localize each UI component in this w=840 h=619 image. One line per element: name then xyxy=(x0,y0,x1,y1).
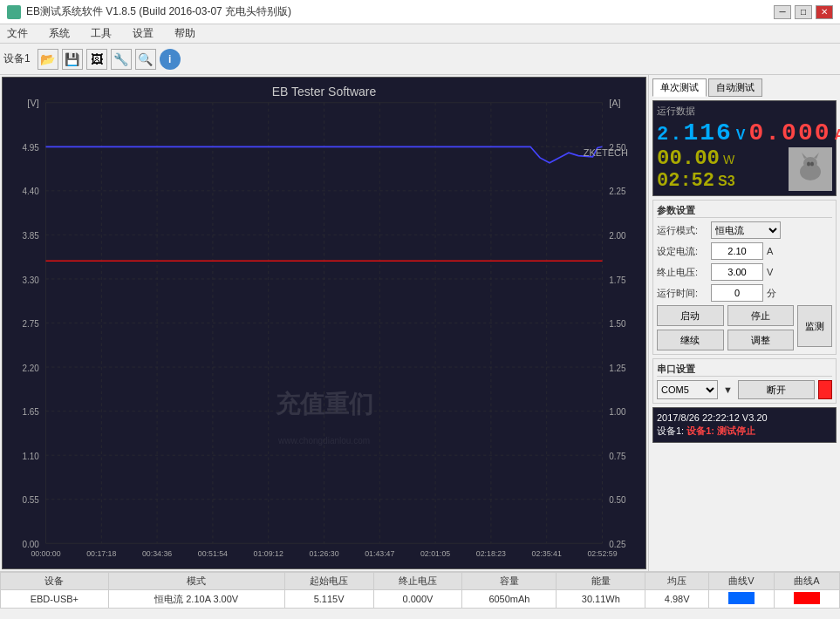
voltage-end-input[interactable] xyxy=(711,263,763,281)
menu-system[interactable]: 系统 xyxy=(45,24,73,43)
open-button[interactable]: 📂 xyxy=(38,49,58,70)
menu-tools[interactable]: 工具 xyxy=(87,24,115,43)
watermark: 充值重们 xyxy=(276,388,373,421)
svg-text:4.95: 4.95 xyxy=(23,143,40,153)
menu-settings[interactable]: 设置 xyxy=(129,24,157,43)
params-section: 参数设置 运行模式: 恒电流 恒电压 恒功率 设定电流: A 终止电压: V xyxy=(652,200,837,355)
svg-text:01:26:30: 01:26:30 xyxy=(309,549,338,558)
col-mode: 模式 xyxy=(108,573,284,590)
col-device: 设备 xyxy=(1,573,109,590)
continue-button[interactable]: 继续 xyxy=(657,330,724,350)
col-avg-v: 均压 xyxy=(645,573,709,590)
app-icon xyxy=(7,5,21,19)
svg-text:1.25: 1.25 xyxy=(609,363,626,372)
right-panel: 单次测试 自动测试 运行数据 2.116 V 0.000 A 00.0 xyxy=(648,75,840,571)
svg-text:4.40: 4.40 xyxy=(23,187,40,196)
status-device: 设备1: xyxy=(657,425,686,436)
svg-text:02:52:59: 02:52:59 xyxy=(587,549,617,558)
run-data-section: 运行数据 2.116 V 0.000 A 00.00 W xyxy=(652,100,837,196)
svg-text:0.55: 0.55 xyxy=(23,495,40,505)
power-image-row: 00.00 W 02:52 S3 xyxy=(657,146,832,192)
svg-text:2.25: 2.25 xyxy=(609,187,626,196)
info-button[interactable]: i xyxy=(160,49,181,70)
svg-text:2.00: 2.00 xyxy=(609,231,626,241)
svg-text:0.00: 0.00 xyxy=(23,540,40,549)
col-start-v: 起始电压 xyxy=(284,573,373,590)
stop-button[interactable]: 停止 xyxy=(727,305,795,326)
cell-avg-v: 4.98V xyxy=(645,590,709,609)
current-set-input[interactable] xyxy=(711,242,763,260)
svg-text:00:34:36: 00:34:36 xyxy=(142,549,172,558)
tab-auto[interactable]: 自动测试 xyxy=(708,78,762,97)
col-curve-v: 曲线V xyxy=(708,573,774,590)
image-button[interactable]: 🖼 xyxy=(86,49,107,70)
svg-text:1.00: 1.00 xyxy=(609,407,626,417)
svg-text:2.75: 2.75 xyxy=(23,319,40,329)
cell-curve-v xyxy=(708,590,774,609)
menu-bar: 文件 系统 工具 设置 帮助 xyxy=(0,24,840,44)
voltage-end-row: 终止电压: V xyxy=(657,263,832,281)
power-display: 00.00 xyxy=(657,146,720,170)
svg-text:3.85: 3.85 xyxy=(23,231,40,241)
svg-text:02:18:23: 02:18:23 xyxy=(476,549,506,558)
status-message: 设备1: 设备1: 测试停止 xyxy=(657,425,832,438)
button-group: 启动 停止 继续 调整 监测 xyxy=(657,305,832,350)
tab-single[interactable]: 单次测试 xyxy=(652,78,707,97)
current-display: 0.000 xyxy=(749,119,831,146)
time-display: 02:52 xyxy=(657,170,714,192)
svg-text:1.10: 1.10 xyxy=(23,452,40,461)
settings-button[interactable]: 🔧 xyxy=(111,49,132,70)
run-time-input[interactable] xyxy=(711,284,763,302)
dropdown-arrow: ▼ xyxy=(721,384,734,395)
svg-text:00:17:18: 00:17:18 xyxy=(86,549,116,558)
power-row: 00.00 W xyxy=(657,146,735,170)
start-button[interactable]: 启动 xyxy=(657,305,724,326)
svg-text:1.50: 1.50 xyxy=(609,319,626,329)
voltage-current-row: 2.116 V 0.000 A xyxy=(657,119,832,146)
minimize-button[interactable]: ─ xyxy=(774,5,791,19)
svg-text:1.65: 1.65 xyxy=(23,407,40,417)
time-row: 02:52 S3 xyxy=(657,170,735,192)
cell-curve-a xyxy=(774,590,839,609)
bottom-table: 设备 模式 起始电压 终止电压 容量 能量 均压 曲线V 曲线A EBD-USB… xyxy=(0,571,840,619)
watermark2: www.chongdianlou.com xyxy=(278,436,370,446)
svg-text:0.50: 0.50 xyxy=(609,495,626,505)
cell-end-v: 0.000V xyxy=(373,590,462,609)
chart-container: EB Tester Software ZKETECH 充值重们 www.chon… xyxy=(3,78,645,568)
cell-energy: 30.11Wh xyxy=(557,590,645,609)
serial-connect-button[interactable]: 断开 xyxy=(738,380,815,399)
cell-capacity: 6050mAh xyxy=(462,590,557,609)
device-label: 设备1 xyxy=(3,51,31,66)
col-end-v: 终止电压 xyxy=(373,573,462,590)
col-energy: 能量 xyxy=(557,573,645,590)
mode-select[interactable]: 恒电流 恒电压 恒功率 xyxy=(711,221,781,239)
svg-text:0.75: 0.75 xyxy=(609,452,626,461)
current-unit: A xyxy=(835,127,840,143)
svg-text:2.20: 2.20 xyxy=(23,363,40,372)
serial-section: 串口设置 COM5 COM1 COM2 COM3 COM4 ▼ 断开 xyxy=(652,358,837,404)
monitor-button[interactable]: 监测 xyxy=(797,305,832,347)
serial-port-select[interactable]: COM5 COM1 COM2 COM3 COM4 xyxy=(657,380,718,399)
curve-a-color xyxy=(794,592,820,604)
chart-title: EB Tester Software xyxy=(272,85,377,99)
svg-text:1.75: 1.75 xyxy=(609,275,626,284)
maximize-button[interactable]: □ xyxy=(795,5,812,19)
voltage-unit: V xyxy=(736,127,746,143)
search-button[interactable]: 🔍 xyxy=(135,49,156,70)
col-curve-a: 曲线A xyxy=(774,573,839,590)
cell-device: EBD-USB+ xyxy=(1,590,109,609)
adjust-button[interactable]: 调整 xyxy=(727,330,795,350)
close-button[interactable]: ✕ xyxy=(816,5,833,19)
svg-text:01:43:47: 01:43:47 xyxy=(365,549,394,558)
pet-image xyxy=(789,147,832,191)
cell-start-v: 5.115V xyxy=(284,590,373,609)
status-log: 2017/8/26 22:22:12 V3.20 设备1: 设备1: 测试停止 xyxy=(652,407,837,443)
mode-label: 运行模式: xyxy=(657,224,707,237)
serial-title: 串口设置 xyxy=(657,363,832,377)
button-row-1: 启动 停止 xyxy=(657,305,794,326)
menu-file[interactable]: 文件 xyxy=(3,24,31,43)
menu-help[interactable]: 帮助 xyxy=(171,24,199,43)
data-table: 设备 模式 起始电压 终止电压 容量 能量 均压 曲线V 曲线A EBD-USB… xyxy=(0,572,840,609)
table-header-row: 设备 模式 起始电压 终止电压 容量 能量 均压 曲线V 曲线A xyxy=(1,573,840,590)
save-button[interactable]: 💾 xyxy=(62,49,83,70)
